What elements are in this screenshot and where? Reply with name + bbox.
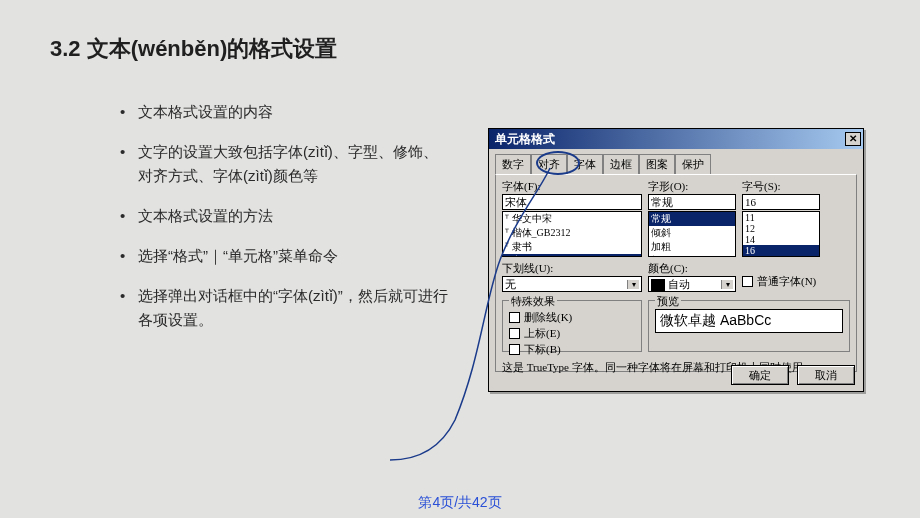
- dialog-tabs: 数字 对齐 字体 边框 图案 保护: [489, 149, 863, 174]
- subscript-checkbox[interactable]: 下标(B): [509, 342, 635, 357]
- bullet-item: 文本格式设置的内容: [120, 100, 450, 124]
- size-value: 16: [745, 196, 756, 208]
- ok-button[interactable]: 确定: [731, 365, 789, 385]
- dialog-title: 单元格格式: [495, 131, 555, 148]
- list-item[interactable]: 加粗: [649, 240, 735, 254]
- tab-pane-font: 字体(F): 字形(O): 字号(S): 宋体 常规 16 ᵀ 华文中宋 ᵀ 楷…: [495, 174, 857, 372]
- bullet-item: 文字的设置大致包括字体(zìtǐ)、字型、修饰、对齐方式、字体(zìtǐ)颜色等: [120, 140, 450, 188]
- list-item[interactable]: 12: [743, 223, 819, 234]
- checkbox-icon: [509, 328, 520, 339]
- close-icon[interactable]: ✕: [845, 132, 861, 146]
- tab-protect[interactable]: 保护: [675, 154, 711, 175]
- cell-format-dialog: 单元格格式 ✕ 数字 对齐 字体 边框 图案 保护 字体(F): 字形(O): …: [488, 128, 864, 392]
- underline-combo[interactable]: 无 ▾: [502, 276, 642, 292]
- bullet-item: 选择“格式”｜“单元格”菜单命令: [120, 244, 450, 268]
- page-footer: 第4页/共42页: [0, 494, 920, 512]
- underline-value: 无: [505, 277, 516, 292]
- checkbox-icon: [509, 344, 520, 355]
- bullet-item: 文本格式设置的方法: [120, 204, 450, 228]
- preview-group: 预览 微软卓越 AaBbCc: [648, 300, 850, 352]
- style-label: 字形(O):: [648, 179, 736, 194]
- font-listbox[interactable]: ᵀ 华文中宋 ᵀ 楷体_GB2312 ᵀ 隶书 ᵀ 宋体: [502, 211, 642, 257]
- list-item[interactable]: ᵀ 宋体: [503, 254, 641, 257]
- style-listbox[interactable]: 常规 倾斜 加粗 加粗 倾斜: [648, 211, 736, 257]
- effects-group: 特殊效果 删除线(K) 上标(E) 下标(B): [502, 300, 642, 352]
- color-swatch-icon: [651, 279, 665, 291]
- bullet-list: 文本格式设置的内容 文字的设置大致包括字体(zìtǐ)、字型、修饰、对齐方式、字…: [120, 100, 450, 348]
- preview-title: 预览: [655, 294, 681, 309]
- font-combo[interactable]: 宋体: [502, 194, 642, 210]
- list-item[interactable]: 加粗 倾斜: [649, 254, 735, 257]
- color-value: 自动: [668, 278, 690, 290]
- bullet-item: 选择弹出对话框中的“字体(zìtǐ)”，然后就可进行各项设置。: [120, 284, 450, 332]
- list-item[interactable]: ᵀ 华文中宋: [503, 212, 641, 226]
- checkbox-icon: [509, 312, 520, 323]
- color-label: 颜色(C):: [648, 261, 736, 276]
- chevron-down-icon[interactable]: ▾: [721, 280, 733, 289]
- tab-border[interactable]: 边框: [603, 154, 639, 175]
- size-listbox[interactable]: 11 12 14 16: [742, 211, 820, 257]
- preview-box: 微软卓越 AaBbCc: [655, 309, 843, 333]
- list-item[interactable]: 倾斜: [649, 226, 735, 240]
- list-item[interactable]: 14: [743, 234, 819, 245]
- normal-font-checkbox[interactable]: 普通字体(N): [742, 274, 842, 289]
- cancel-button[interactable]: 取消: [797, 365, 855, 385]
- list-item[interactable]: 16: [743, 245, 819, 256]
- underline-label: 下划线(U):: [502, 261, 642, 276]
- checkbox-icon: [742, 276, 753, 287]
- chevron-down-icon[interactable]: ▾: [627, 280, 639, 289]
- style-value: 常规: [651, 195, 673, 210]
- strikethrough-checkbox[interactable]: 删除线(K): [509, 310, 635, 325]
- list-item[interactable]: ᵀ 楷体_GB2312: [503, 226, 641, 240]
- superscript-checkbox[interactable]: 上标(E): [509, 326, 635, 341]
- style-combo[interactable]: 常规: [648, 194, 736, 210]
- list-item[interactable]: ᵀ 隶书: [503, 240, 641, 254]
- color-combo[interactable]: 自动 ▾: [648, 276, 736, 292]
- font-label: 字体(F):: [502, 179, 642, 194]
- section-heading: 3.2 文本(wénběn)的格式设置: [50, 34, 337, 64]
- tab-pattern[interactable]: 图案: [639, 154, 675, 175]
- dialog-titlebar[interactable]: 单元格格式 ✕: [489, 129, 863, 149]
- font-value: 宋体: [505, 195, 527, 210]
- tab-number[interactable]: 数字: [495, 154, 531, 175]
- normal-font-label: 普通字体(N): [757, 274, 816, 289]
- tab-font[interactable]: 字体: [567, 154, 603, 175]
- tab-align[interactable]: 对齐: [531, 154, 567, 175]
- size-combo[interactable]: 16: [742, 194, 820, 210]
- size-label: 字号(S):: [742, 179, 820, 194]
- effects-title: 特殊效果: [509, 294, 557, 309]
- list-item[interactable]: 常规: [649, 212, 735, 226]
- list-item[interactable]: 11: [743, 212, 819, 223]
